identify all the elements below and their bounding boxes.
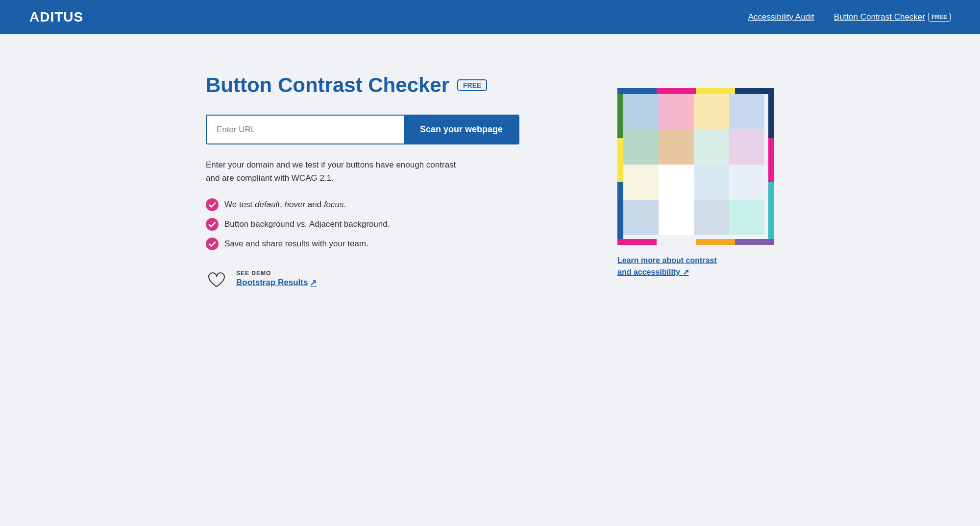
check-icon-1 [206, 198, 219, 211]
svg-rect-11 [617, 94, 623, 138]
svg-point-0 [206, 198, 219, 211]
scan-button[interactable]: Scan your webpage [404, 116, 518, 143]
svg-rect-8 [657, 239, 696, 245]
page-title-row: Button Contrast Checker FREE [206, 73, 549, 97]
svg-rect-22 [659, 129, 694, 165]
svg-rect-19 [694, 94, 729, 129]
external-link-icon: ↗ [310, 278, 317, 288]
svg-rect-15 [768, 138, 774, 182]
demo-text: SEE DEMO Bootstrap Results ↗ [236, 270, 317, 288]
learn-more-link[interactable]: Learn more about contrastand accessibili… [617, 255, 717, 278]
left-section: Button Contrast Checker FREE Scan your w… [206, 73, 549, 289]
svg-rect-20 [729, 94, 764, 129]
svg-rect-18 [659, 94, 694, 129]
logo: ADITUS [29, 9, 83, 25]
header: ADITUS Accessibility Audit Button Contra… [0, 0, 980, 34]
color-grid-container [617, 88, 774, 245]
svg-rect-10 [735, 239, 774, 245]
color-grid [617, 88, 774, 245]
check-icon-3 [206, 238, 219, 250]
feature-item-1: We test default, hover and focus. [206, 198, 549, 211]
main-content: Button Contrast Checker FREE Scan your w… [0, 34, 980, 329]
nav-button-contrast[interactable]: Button Contrast Checker FREE [834, 12, 951, 22]
feature-item-2: Button background vs. Adjacent backgroun… [206, 218, 549, 231]
feature-text-2: Button background vs. Adjacent backgroun… [224, 219, 390, 229]
svg-rect-31 [694, 200, 729, 235]
svg-rect-4 [657, 88, 696, 94]
svg-rect-28 [729, 165, 764, 200]
svg-rect-26 [659, 165, 694, 200]
nav-free-badge: FREE [928, 13, 951, 22]
feature-text-1: We test default, hover and focus. [224, 200, 346, 210]
svg-rect-13 [617, 182, 623, 239]
svg-rect-3 [617, 88, 657, 94]
url-form: Scan your webpage [206, 115, 519, 144]
see-demo-label: SEE DEMO [236, 270, 317, 277]
features-list: We test default, hover and focus. Button… [206, 198, 549, 250]
svg-point-2 [206, 238, 219, 250]
svg-rect-27 [694, 165, 729, 200]
page-title: Button Contrast Checker [206, 73, 449, 97]
url-input[interactable] [207, 116, 404, 143]
svg-rect-21 [623, 129, 659, 165]
feature-item-3: Save and share results with your team. [206, 238, 549, 250]
nav-checker-label[interactable]: Button Contrast Checker [834, 12, 925, 22]
svg-rect-23 [694, 129, 729, 165]
svg-rect-14 [768, 94, 774, 138]
feature-text-3: Save and share results with your team. [224, 239, 368, 249]
right-section: Learn more about contrastand accessibili… [617, 88, 774, 278]
nav-accessibility-audit[interactable]: Accessibility Audit [748, 12, 814, 22]
svg-rect-17 [623, 94, 659, 129]
svg-rect-30 [659, 200, 694, 235]
svg-rect-16 [768, 182, 774, 239]
svg-rect-6 [735, 88, 774, 94]
demo-section: SEE DEMO Bootstrap Results ↗ [206, 268, 549, 289]
heart-icon [206, 268, 227, 289]
bootstrap-results-link[interactable]: Bootstrap Results ↗ [236, 278, 317, 288]
svg-rect-7 [617, 239, 657, 245]
svg-point-1 [206, 218, 219, 231]
svg-rect-25 [623, 165, 659, 200]
svg-rect-12 [617, 138, 623, 182]
nav: Accessibility Audit Button Contrast Chec… [748, 12, 951, 22]
title-free-badge: FREE [457, 79, 487, 91]
svg-rect-24 [729, 129, 764, 165]
svg-rect-32 [729, 200, 764, 235]
svg-rect-29 [623, 200, 659, 235]
svg-rect-5 [696, 88, 735, 94]
description-text: Enter your domain and we test if your bu… [206, 158, 461, 185]
check-icon-2 [206, 218, 219, 231]
svg-rect-9 [696, 239, 735, 245]
